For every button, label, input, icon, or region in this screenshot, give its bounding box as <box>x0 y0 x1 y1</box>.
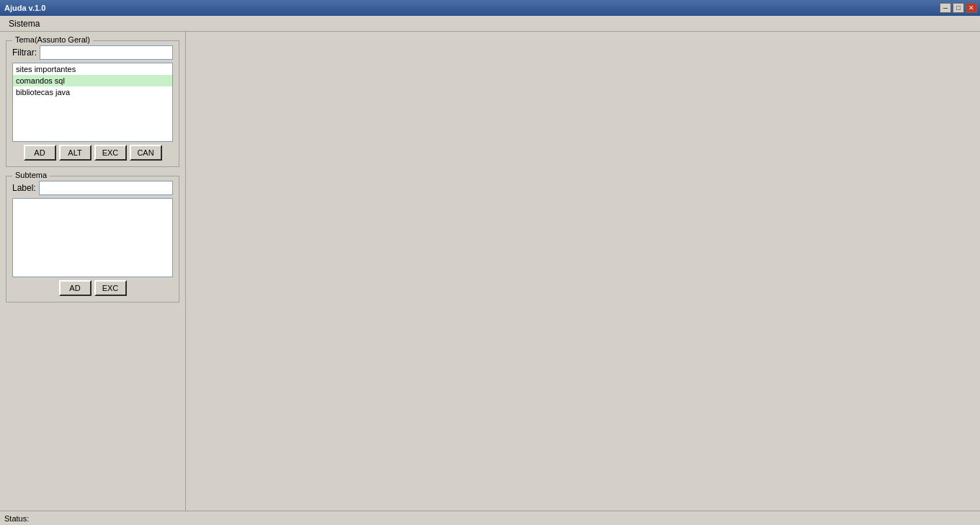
subtema-ad-button[interactable]: AD <box>59 280 92 296</box>
filter-input[interactable] <box>40 45 173 60</box>
list-item[interactable]: bibliotecas java <box>13 86 172 98</box>
filter-row: Filtrar: <box>12 45 173 60</box>
title-bar: Ajuda v.1.0 ─ □ ✕ <box>0 0 980 16</box>
menu-bar: Sistema <box>0 16 980 32</box>
main-content: Tema(Assunto Geral) Filtrar: sites impor… <box>0 32 980 511</box>
right-panel <box>186 32 980 511</box>
list-item[interactable]: sites importantes <box>13 63 172 75</box>
resize-grip[interactable] <box>967 514 976 523</box>
tema-button-row: AD ALT EXC CAN <box>12 145 173 161</box>
maximize-button[interactable]: □ <box>953 3 964 13</box>
left-panel: Tema(Assunto Geral) Filtrar: sites impor… <box>0 32 186 511</box>
tema-ad-button[interactable]: AD <box>24 145 56 161</box>
menu-item-sistema[interactable]: Sistema <box>3 17 45 30</box>
list-item[interactable]: comandos sql <box>13 75 172 86</box>
tema-section: Tema(Assunto Geral) Filtrar: sites impor… <box>6 40 179 167</box>
subtema-label-input[interactable] <box>39 181 173 195</box>
status-label: Status: <box>4 514 29 523</box>
tema-can-button[interactable]: CAN <box>130 145 162 161</box>
close-button[interactable]: ✕ <box>966 3 977 13</box>
tema-alt-button[interactable]: ALT <box>59 145 92 161</box>
window-controls: ─ □ ✕ <box>940 3 977 13</box>
minimize-button[interactable]: ─ <box>940 3 951 13</box>
status-bar: Status: <box>0 511 980 525</box>
subtema-button-row: AD EXC <box>12 280 173 296</box>
subtema-list[interactable] <box>12 198 173 277</box>
label-row: Label: <box>12 181 173 195</box>
filter-label: Filtrar: <box>12 48 37 58</box>
subtema-legend: Subtema <box>12 171 50 179</box>
window-title: Ajuda v.1.0 <box>3 4 45 12</box>
subtema-label-label: Label: <box>12 183 36 193</box>
tema-list[interactable]: sites importantes comandos sql bibliotec… <box>12 63 173 142</box>
tema-exc-button[interactable]: EXC <box>94 145 127 161</box>
tema-legend: Tema(Assunto Geral) <box>12 35 93 44</box>
subtema-exc-button[interactable]: EXC <box>94 280 127 296</box>
subtema-section: Subtema Label: AD EXC <box>6 176 179 302</box>
